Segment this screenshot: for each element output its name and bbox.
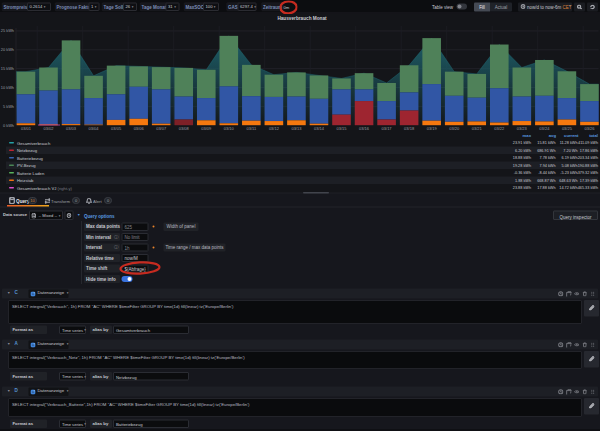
- svg-text:03/15: 03/15: [337, 126, 348, 131]
- svg-text:03/08: 03/08: [179, 126, 190, 131]
- svg-text:03/10: 03/10: [224, 126, 235, 131]
- svg-text:03/05: 03/05: [111, 126, 122, 131]
- svg-text:03/07: 03/07: [156, 126, 167, 131]
- svg-text:03/20: 03/20: [449, 126, 460, 131]
- svg-text:03/02: 03/02: [43, 126, 54, 131]
- svg-text:15 kWh: 15 kWh: [1, 66, 14, 71]
- svg-text:03/21: 03/21: [472, 126, 483, 131]
- svg-text:03/06: 03/06: [134, 126, 145, 131]
- svg-text:03/24: 03/24: [539, 126, 550, 131]
- svg-text:03/12: 03/12: [269, 126, 280, 131]
- svg-text:03/26: 03/26: [584, 126, 595, 131]
- svg-text:03/18: 03/18: [404, 126, 415, 131]
- svg-text:03/04: 03/04: [89, 126, 100, 131]
- svg-text:20 kWh: 20 kWh: [1, 47, 14, 52]
- svg-text:03/03: 03/03: [66, 126, 77, 131]
- svg-text:10 kWh: 10 kWh: [1, 85, 14, 90]
- svg-text:03/14: 03/14: [314, 126, 325, 131]
- svg-text:Hausverbrauch Monat: Hausverbrauch Monat: [277, 16, 327, 21]
- svg-text:03/17: 03/17: [382, 126, 393, 131]
- svg-text:03/11: 03/11: [246, 126, 256, 131]
- svg-text:25 kWh: 25 kWh: [1, 28, 14, 33]
- svg-text:03/01: 03/01: [21, 126, 32, 131]
- svg-text:03/22: 03/22: [494, 126, 505, 131]
- svg-text:03/23: 03/23: [517, 126, 528, 131]
- svg-text:03/25: 03/25: [562, 126, 573, 131]
- svg-text:03/16: 03/16: [359, 126, 370, 131]
- svg-text:03/19: 03/19: [427, 126, 438, 131]
- svg-text:5 kWh: 5 kWh: [3, 104, 14, 109]
- svg-text:0 kWh: 0 kWh: [3, 123, 14, 128]
- svg-text:03/13: 03/13: [291, 126, 302, 131]
- svg-text:03/09: 03/09: [201, 126, 212, 131]
